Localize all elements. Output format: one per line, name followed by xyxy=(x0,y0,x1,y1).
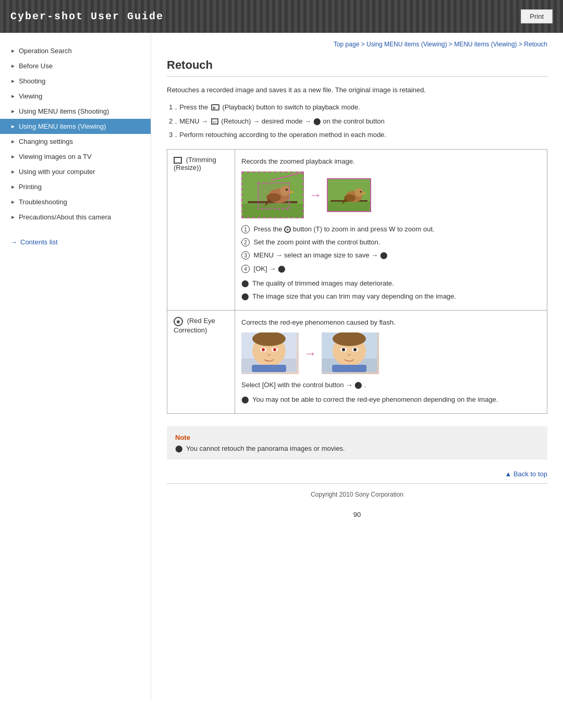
trimming-step-2: 2 Set the zoom point with the control bu… xyxy=(241,237,541,248)
svg-rect-12 xyxy=(328,201,370,211)
arrow-icon: ► xyxy=(10,199,16,205)
bird-left-svg xyxy=(242,172,303,217)
redeye-header: Corrects the red-eye phenomenon caused b… xyxy=(241,317,541,328)
back-to-top-link[interactable]: ▲ Back to top xyxy=(167,470,547,478)
bird-right-svg xyxy=(328,179,370,211)
trimming-header: Records the zoomed playback image. xyxy=(241,156,541,167)
redeye-select: Select [OK] with the control button → ⬤ … xyxy=(241,379,541,391)
sidebar-item-troubleshooting[interactable]: ► Troubleshooting xyxy=(0,194,151,209)
trimming-icon xyxy=(174,157,182,164)
redeye-icon: ◉ xyxy=(174,317,183,326)
breadcrumb[interactable]: Top page > Using MENU items (Viewing) > … xyxy=(167,41,547,48)
trimming-label-cell: (Trimming(Resize)) xyxy=(167,150,235,311)
arrow-icon: ► xyxy=(10,139,16,144)
arrow-icon: ► xyxy=(10,93,16,99)
bird-image-left xyxy=(241,171,304,218)
trimming-step-4: 4 [OK] → ⬤ xyxy=(241,263,541,275)
circle-4: 4 xyxy=(241,265,250,273)
arrow-icon: ► xyxy=(10,169,16,175)
circle-2: 2 xyxy=(241,238,250,246)
description: Retouches a recorded image and saves it … xyxy=(167,85,547,96)
arrow-icon: ► xyxy=(10,214,16,220)
arrow-icon: ► xyxy=(10,78,16,84)
circle-3: 3 xyxy=(241,251,250,260)
retouch-table: (Trimming(Resize)) Records the zoomed pl… xyxy=(167,149,547,414)
circle-1: 1 xyxy=(241,225,250,233)
retouch-icon xyxy=(211,118,218,125)
step-3: 3．Perform retouching according to the op… xyxy=(167,130,547,141)
trimming-bullet-2: ⬤ The image size that you can trim may v… xyxy=(241,291,541,302)
redeye-label-cell: ◉ (Red EyeCorrection) xyxy=(167,310,235,413)
arrow-between-images: → xyxy=(309,184,322,206)
table-row-redeye: ◉ (Red EyeCorrection) Corrects the red-e… xyxy=(167,310,547,413)
svg-point-27 xyxy=(273,348,276,351)
page-title: Retouch xyxy=(167,58,547,77)
note-content: ⬤ You cannot retouch the panorama images… xyxy=(175,445,539,452)
zoom-icon: + xyxy=(284,226,291,233)
svg-point-18 xyxy=(360,191,362,192)
arrow-icon: ► xyxy=(10,124,16,129)
trimming-bullet-1: ⬤ The quality of trimmed images may dete… xyxy=(241,278,541,289)
child-image-after xyxy=(322,332,379,374)
steps-list: 1．Press the (Playback) button to switch … xyxy=(167,102,547,141)
note-bullet: ⬤ xyxy=(175,445,183,452)
footer: Copyright 2010 Sony Corporation xyxy=(167,483,547,505)
sidebar-item-before-use[interactable]: ► Before Use xyxy=(0,58,151,73)
sidebar-item-operation-search[interactable]: ► Operation Search xyxy=(0,43,151,58)
step-2: 2．MENU → (Retouch) → desired mode → ⬤ on… xyxy=(167,116,547,127)
sidebar-item-menu-viewing[interactable]: ► Using MENU items (Viewing) xyxy=(0,119,151,134)
arrow-between-child-images: → xyxy=(304,343,316,364)
svg-point-28 xyxy=(267,354,271,356)
arrow-icon: ► xyxy=(10,184,16,190)
sidebar-item-printing[interactable]: ► Printing xyxy=(0,179,151,194)
page-number: 90 xyxy=(167,511,547,519)
child-after-svg xyxy=(322,332,377,372)
svg-point-35 xyxy=(342,348,345,351)
trimming-step-3: 3 MENU → select an image size to save → … xyxy=(241,250,541,261)
step-1: 1．Press the (Playback) button to switch … xyxy=(167,102,547,113)
sidebar-item-precautions[interactable]: ► Precautions/About this camera xyxy=(0,209,151,225)
redeye-bullet-1: ⬤ You may not be able to correct the red… xyxy=(241,394,541,405)
bird-image-right xyxy=(327,178,371,212)
site-title: Cyber-shot User Guide xyxy=(10,10,164,22)
trimming-images: → xyxy=(241,171,541,218)
arrow-icon: ► xyxy=(10,108,16,114)
sidebar-item-computer[interactable]: ► Using with your computer xyxy=(0,164,151,179)
svg-rect-29 xyxy=(252,365,286,372)
svg-point-37 xyxy=(353,348,357,351)
sidebar-item-menu-shooting[interactable]: ► Using MENU items (Shooting) xyxy=(0,104,151,119)
svg-rect-9 xyxy=(258,183,289,209)
sidebar: ► Operation Search ► Before Use ► Shooti… xyxy=(0,33,151,700)
arrow-icon: ► xyxy=(10,154,16,159)
arrow-icon: ► xyxy=(10,48,16,54)
arrow-icon: ► xyxy=(10,63,16,69)
content-area: Top page > Using MENU items (Viewing) > … xyxy=(151,33,563,700)
playback-icon xyxy=(211,104,219,110)
print-button[interactable]: Print xyxy=(521,9,553,23)
redeye-content-cell: Corrects the red-eye phenomenon caused b… xyxy=(235,310,547,413)
trimming-step-1: 1 Press the + button (T) to zoom in and … xyxy=(241,224,541,235)
redeye-images: → xyxy=(241,332,541,374)
child-before-svg xyxy=(241,332,297,372)
sidebar-item-viewing[interactable]: ► Viewing xyxy=(0,89,151,104)
main-layout: ► Operation Search ► Before Use ► Shooti… xyxy=(0,33,563,700)
svg-point-38 xyxy=(348,354,351,356)
note-box: Note ⬤ You cannot retouch the panorama i… xyxy=(167,426,547,460)
svg-point-25 xyxy=(262,348,265,351)
note-title: Note xyxy=(175,434,539,441)
contents-list-link[interactable]: → Contents list xyxy=(0,233,151,251)
trimming-content-cell: Records the zoomed playback image. xyxy=(235,150,547,311)
svg-point-15 xyxy=(355,188,363,196)
table-row-trimming: (Trimming(Resize)) Records the zoomed pl… xyxy=(167,150,547,311)
sidebar-item-changing-settings[interactable]: ► Changing settings xyxy=(0,134,151,149)
sidebar-item-shooting[interactable]: ► Shooting xyxy=(0,73,151,89)
sidebar-item-viewing-tv[interactable]: ► Viewing images on a TV xyxy=(0,149,151,164)
svg-rect-39 xyxy=(332,365,366,372)
page-header: Cyber-shot User Guide Print xyxy=(0,0,563,33)
arrow-right-icon: → xyxy=(10,238,17,246)
child-image-before xyxy=(241,332,299,374)
